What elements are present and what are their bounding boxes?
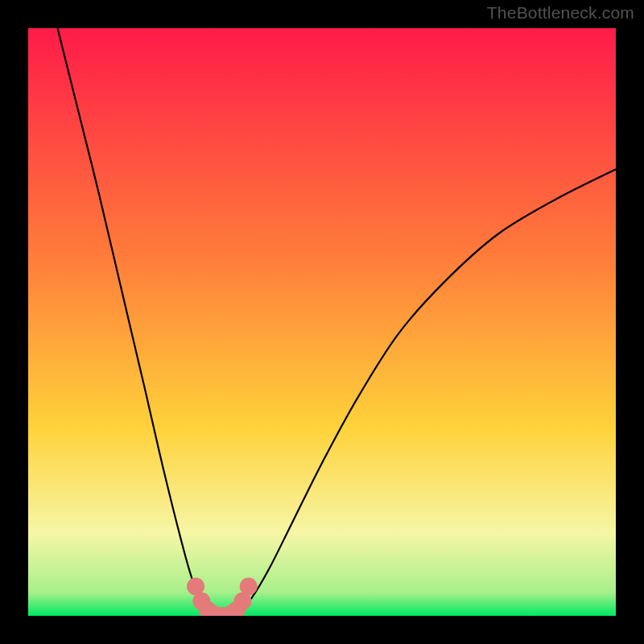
chart-frame: TheBottleneck.com [0, 0, 644, 644]
chart-plot-area [28, 28, 616, 616]
chart-svg [28, 28, 616, 616]
bottom-marker [240, 578, 258, 596]
watermark-text: TheBottleneck.com [487, 3, 634, 23]
gradient-background [28, 28, 616, 616]
